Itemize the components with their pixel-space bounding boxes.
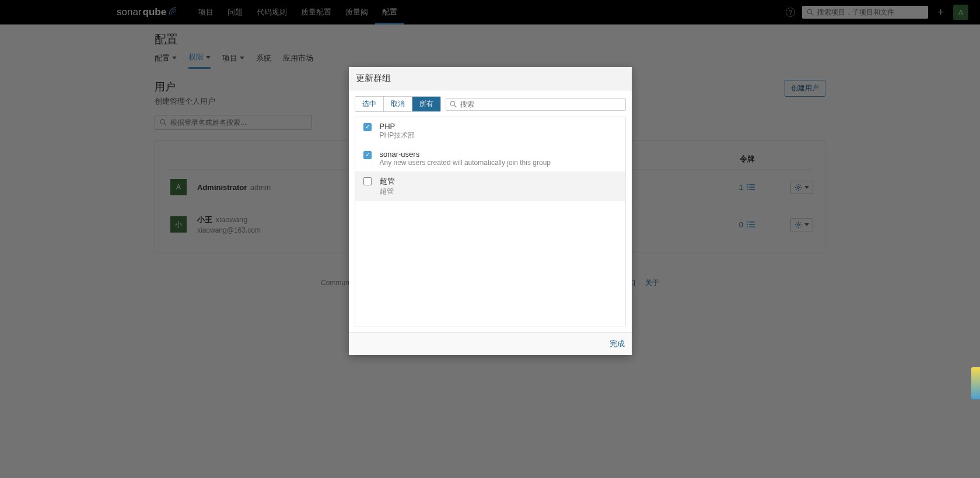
- update-groups-modal: 更新群组 选中 取消 所有 PHP PHP技术部: [349, 67, 632, 355]
- modal-tab-selected[interactable]: 选中: [355, 97, 383, 111]
- search-icon: [450, 101, 457, 108]
- modal-search[interactable]: [446, 98, 626, 111]
- modal-overlay[interactable]: 更新群组 选中 取消 所有 PHP PHP技术部: [0, 0, 980, 478]
- group-desc: PHP技术部: [380, 131, 415, 140]
- group-name: sonar-users: [380, 150, 551, 159]
- modal-tab-deselected[interactable]: 取消: [383, 97, 412, 111]
- modal-tab-all[interactable]: 所有: [412, 97, 440, 111]
- group-row[interactable]: sonar-users Any new users created will a…: [355, 145, 625, 171]
- group-checkbox[interactable]: [363, 151, 372, 159]
- svg-point-18: [450, 101, 455, 106]
- group-checkbox[interactable]: [363, 177, 372, 185]
- modal-title: 更新群组: [349, 67, 632, 90]
- group-row[interactable]: PHP PHP技术部: [355, 117, 625, 145]
- group-desc: Any new users created will automatically…: [380, 159, 551, 167]
- feedback-widget[interactable]: [971, 367, 980, 399]
- modal-done-link[interactable]: 完成: [610, 339, 625, 348]
- svg-line-19: [454, 105, 456, 107]
- modal-filter-tabs: 选中 取消 所有: [355, 96, 441, 112]
- group-name: 超管: [380, 176, 395, 187]
- group-list: PHP PHP技术部 sonar-users Any new users cre…: [355, 117, 626, 326]
- modal-search-input[interactable]: [460, 100, 622, 108]
- group-name: PHP: [380, 122, 415, 131]
- group-checkbox[interactable]: [363, 123, 372, 131]
- group-desc: 超管: [380, 187, 395, 196]
- group-row[interactable]: 超管 超管: [355, 171, 625, 201]
